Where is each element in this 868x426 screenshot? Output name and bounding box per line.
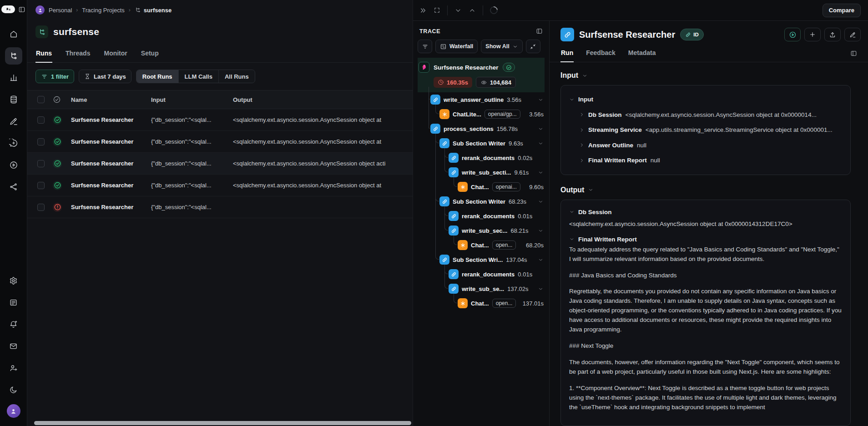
sidebar-item-dark-mode[interactable] [5, 381, 22, 398]
fullscreen-icon[interactable] [434, 7, 440, 14]
table-row[interactable]: Surfsense Researcher{"db_session":"<sqla… [27, 109, 413, 131]
prev-run-icon[interactable] [454, 7, 462, 14]
output-group-heading[interactable]: Db Session [569, 206, 842, 218]
chevron-down-icon[interactable] [538, 170, 544, 175]
column-header-input[interactable]: Input [151, 96, 233, 103]
output-group-heading[interactable]: Final Written Report [569, 234, 842, 245]
input-kv-row[interactable]: Db Session<sqlalchemy.ext.asyncio.sessio… [579, 107, 842, 123]
annotate-button[interactable] [844, 28, 861, 41]
breadcrumb-project[interactable]: surfsense [135, 7, 172, 14]
tab-runs[interactable]: Runs [35, 45, 52, 63]
trace-span-chain[interactable]: Sub Section Wri...137.04s [418, 252, 545, 267]
sidebar-item-dashboards[interactable] [5, 69, 22, 86]
chevron-down-icon[interactable] [538, 199, 544, 205]
trace-span-llm[interactable]: Chat...openai...9.60s [418, 180, 545, 194]
trace-span-llm[interactable]: ChatLite...openai/gp...3.56s [418, 107, 545, 121]
row-checkbox[interactable] [37, 160, 45, 167]
sidebar-item-home[interactable] [5, 25, 22, 43]
chevron-down-icon[interactable] [569, 236, 575, 242]
table-row[interactable]: Surfsense Researcher{"db_session":"<sqla… [27, 175, 413, 196]
trace-root-span[interactable]: Surfsense Researcher 160.35s 104,684 [418, 58, 545, 92]
select-all-checkbox[interactable] [37, 96, 45, 103]
chevron-right-icon[interactable] [579, 142, 585, 148]
chevron-right-icon[interactable] [579, 127, 585, 133]
breadcrumb-tracing-projects[interactable]: Tracing Projects [82, 7, 124, 14]
sidebar-collapse-icon[interactable] [18, 6, 25, 13]
trace-span-chain[interactable]: Sub Section Writer9.63s [418, 136, 545, 150]
date-range-button[interactable]: Last 7 days [79, 70, 131, 83]
sidebar-item-annotations[interactable] [5, 113, 22, 130]
segment-llm-calls[interactable]: LLM Calls [179, 70, 219, 83]
user-avatar[interactable] [7, 404, 20, 418]
table-row[interactable]: Surfsense Researcher{"db_session":"<sqla… [27, 153, 413, 175]
detail-tab-run[interactable]: Run [560, 45, 574, 62]
input-kv-row[interactable]: Final Written Reportnull [579, 153, 842, 168]
langsmith-logo-icon[interactable] [1, 5, 15, 13]
sidebar-item-mail[interactable] [5, 337, 22, 355]
tab-monitor[interactable]: Monitor [103, 45, 127, 63]
column-header-output[interactable]: Output [233, 96, 413, 103]
segment-all-runs[interactable]: All Runs [219, 70, 255, 83]
input-section-heading[interactable]: Input [560, 71, 851, 80]
row-checkbox[interactable] [37, 116, 45, 124]
sidebar-item-playground[interactable] [5, 156, 22, 174]
tab-threads[interactable]: Threads [65, 45, 91, 63]
row-checkbox[interactable] [37, 182, 45, 189]
trace-span-chain[interactable]: Sub Section Writer68.23s [418, 194, 545, 209]
sidebar-item-invite-user[interactable] [5, 359, 22, 376]
sidebar-item-tracing[interactable] [5, 47, 22, 65]
trace-span-chain[interactable]: rerank_documents0.01s [418, 267, 545, 281]
tab-setup[interactable]: Setup [141, 45, 159, 63]
breadcrumb-personal[interactable]: Personal [49, 7, 72, 14]
status-column-icon[interactable] [53, 95, 61, 104]
share-run-button[interactable] [824, 28, 841, 41]
output-section-heading[interactable]: Output [560, 186, 851, 194]
trace-span-chain[interactable]: rerank_documents0.01s [418, 209, 545, 223]
split-panel-icon[interactable] [536, 28, 543, 35]
input-kv-row[interactable]: Streaming Service<app.utils.streaming_se… [579, 122, 842, 138]
trace-span-chain[interactable]: write_sub_se...137.02s [418, 281, 545, 296]
table-row[interactable]: Surfsense Researcher{"db_session":"<sqla… [27, 196, 413, 218]
sidebar-item-docs[interactable] [5, 294, 22, 311]
row-checkbox[interactable] [37, 138, 45, 145]
compare-button[interactable]: Compare [823, 4, 861, 17]
sidebar-item-notifications[interactable] [5, 316, 22, 333]
detail-split-panel-icon[interactable] [850, 50, 857, 57]
sidebar-item-prompts[interactable] [5, 135, 22, 152]
trace-span-chain[interactable]: rerank_documents0.02s [418, 150, 545, 165]
trace-span-chain[interactable]: write_sub_sec...68.21s [418, 223, 545, 238]
sidebar-item-settings[interactable] [5, 272, 22, 289]
waterfall-button[interactable]: Waterfall [435, 40, 478, 53]
chevron-down-icon[interactable] [538, 140, 544, 146]
chevron-down-icon[interactable] [538, 257, 544, 263]
trace-span-chain[interactable]: write_sub_secti...9.61s [418, 165, 545, 180]
row-checkbox[interactable] [37, 204, 45, 211]
workspace-avatar-icon[interactable] [35, 5, 45, 15]
open-in-playground-button[interactable] [784, 28, 801, 41]
segment-root-runs[interactable]: Root Runs [136, 70, 179, 83]
chevron-down-icon[interactable] [569, 97, 575, 102]
input-kv-row[interactable]: Answer Outlinenull [579, 138, 842, 153]
chevron-down-icon[interactable] [538, 286, 544, 292]
show-all-dropdown[interactable]: Show All [481, 40, 522, 53]
trace-filter-button[interactable] [418, 40, 432, 53]
column-header-name[interactable]: Name [71, 96, 151, 103]
add-to-dataset-button[interactable] [804, 28, 821, 41]
sidebar-item-deployments[interactable] [5, 178, 22, 195]
detail-tab-metadata[interactable]: Metadata [628, 45, 656, 62]
next-run-icon[interactable] [469, 7, 476, 14]
chevron-down-icon[interactable] [538, 126, 544, 132]
table-row[interactable]: Surfsense Researcher{"db_session":"<sqla… [27, 131, 413, 153]
chevron-down-icon[interactable] [538, 97, 544, 103]
collapse-panel-icon[interactable] [419, 7, 427, 14]
collapse-all-button[interactable] [526, 40, 540, 53]
trace-span-chain[interactable]: write_answer_outline3.56s [418, 92, 545, 107]
chevron-right-icon[interactable] [579, 112, 585, 117]
chevron-down-icon[interactable] [538, 228, 544, 234]
chevron-down-icon[interactable] [569, 209, 575, 215]
filter-button[interactable]: 1 filter [35, 70, 74, 83]
input-kv-row[interactable]: Input [569, 92, 842, 107]
trace-span-chain[interactable]: process_sections156.78s [418, 121, 545, 136]
chevron-right-icon[interactable] [579, 158, 585, 163]
horizontal-scrollbar-thumb[interactable] [34, 421, 411, 425]
